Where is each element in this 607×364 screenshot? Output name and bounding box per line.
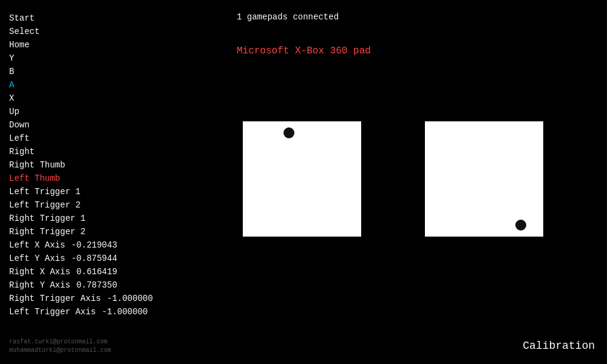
axis-name: Left X Axis xyxy=(9,239,65,252)
axis-name: Right Trigger Axis xyxy=(9,292,101,305)
button-item-y: Y xyxy=(9,52,153,65)
axis-name: Left Trigger Axis xyxy=(9,306,96,318)
axis-name: Right Y Axis xyxy=(9,279,70,292)
button-item-left-trigger-2: Left Trigger 2 xyxy=(9,199,153,212)
axis-row-right-y-axis: Right Y Axis0.787350 xyxy=(9,279,153,292)
right-stick-dot xyxy=(515,220,526,231)
button-item-x: X xyxy=(9,92,153,105)
calibration-label[interactable]: Calibration xyxy=(523,340,595,352)
button-item-left-thumb: Left Thumb xyxy=(9,172,153,185)
email-info: rasfat.turki@protonmail.com muhammadturk… xyxy=(9,338,111,355)
button-item-right-trigger-1: Right Trigger 1 xyxy=(9,212,153,225)
email-line2: muhammadturki@protonmail.com xyxy=(9,346,111,355)
button-item-left: Left xyxy=(9,132,153,145)
axis-name: Left Y Axis xyxy=(9,252,65,265)
axis-row-left-y-axis: Left Y Axis-0.875944 xyxy=(9,252,153,265)
axis-row-right-trigger-axis: Right Trigger Axis-1.000000 xyxy=(9,292,153,305)
axis-row-right-x-axis: Right X Axis0.616419 xyxy=(9,266,153,278)
axis-value: -1.000000 xyxy=(107,292,153,305)
button-item-b: B xyxy=(9,66,153,78)
axis-name: Right X Axis xyxy=(9,266,70,278)
right-stick-visualizer xyxy=(425,121,543,237)
axis-value: -0.219043 xyxy=(71,239,117,252)
gamepads-count-label: 1 gamepads connected xyxy=(237,12,339,22)
device-name-label: Microsoft X-Box 360 pad xyxy=(237,46,371,56)
button-item-right-trigger-2: Right Trigger 2 xyxy=(9,226,153,238)
button-item-right-thumb: Right Thumb xyxy=(9,159,153,172)
left-stick-dot xyxy=(283,127,294,138)
button-item-select: Select xyxy=(9,25,153,38)
axis-value: 0.787350 xyxy=(76,279,117,292)
button-item-right: Right xyxy=(9,146,153,158)
button-item-start: Start xyxy=(9,12,153,25)
axis-row-left-trigger-axis: Left Trigger Axis-1.000000 xyxy=(9,306,153,318)
button-item-down: Down xyxy=(9,119,153,132)
left-stick-visualizer xyxy=(243,121,361,237)
axis-value: 0.616419 xyxy=(76,266,117,278)
axis-value: -0.875944 xyxy=(71,252,117,265)
button-item-left-trigger-1: Left Trigger 1 xyxy=(9,186,153,198)
axis-row-left-x-axis: Left X Axis-0.219043 xyxy=(9,239,153,252)
gamepads-connected-text: 1 gamepads connected xyxy=(237,12,339,22)
button-item-home: Home xyxy=(9,39,153,52)
email-line1: rasfat.turki@protonmail.com xyxy=(9,338,111,346)
button-item-up: Up xyxy=(9,106,153,118)
button-item-a: A xyxy=(9,79,153,92)
axis-value: -1.000000 xyxy=(102,306,148,318)
button-list: StartSelectHomeYBAXUpDownLeftRightRight … xyxy=(9,12,153,318)
